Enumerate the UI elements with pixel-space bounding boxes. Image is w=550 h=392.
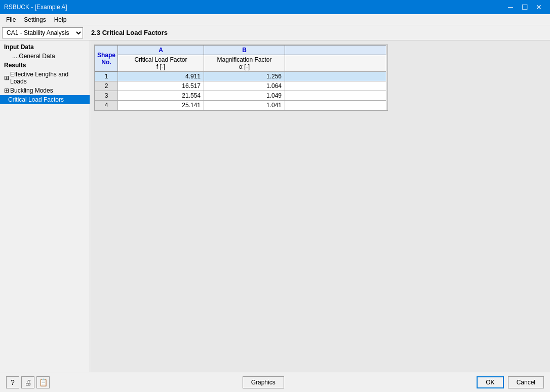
toolbar: CA1 - Stability Analysis 2.3 Critical Lo… [0,25,550,40]
sidebar: Input Data ....General Data Results ⊞ Ef… [0,40,90,372]
critical-load-factor-cell: 25.141 [118,101,204,110]
table-row[interactable]: 321.5541.049 [95,91,386,101]
col-b-header: B [204,46,285,55]
bottom-bar: ? 🖨 📋 Graphics OK Cancel [0,372,550,392]
sidebar-item-critical-load-factors[interactable]: Critical Load Factors [0,95,90,104]
title-bar-text: RSBUCK - [Example A] [4,4,67,11]
extra-cell [285,91,386,101]
results-header: Results [0,61,90,70]
extra-cell [285,72,386,81]
critical-load-factor-cell: 16.517 [118,81,204,91]
menu-settings[interactable]: Settings [20,15,50,24]
sidebar-item-buckling-modes[interactable]: ⊞ Buckling Modes [0,86,90,95]
content-area: ShapeNo. A B Critical Load Factorf [-] M… [90,40,550,372]
bottom-center: Graphics [243,376,284,388]
magnification-factor-cell: 1.256 [204,72,285,81]
shape-no-cell: 4 [95,101,118,110]
col-extra-subheader [285,55,386,72]
magnification-factor-cell: 1.041 [204,101,285,110]
critical-load-factor-cell: 21.554 [118,91,204,101]
ok-button[interactable]: OK [477,376,503,388]
extra-cell [285,101,386,110]
results-table: ShapeNo. A B Critical Load Factorf [-] M… [95,45,386,110]
minimize-button[interactable]: ─ [503,0,518,14]
col-a-subheader: Critical Load Factorf [-] [118,55,204,72]
title-bar: RSBUCK - [Example A] ─ ☐ ✕ [0,0,550,14]
case-select[interactable]: CA1 - Stability Analysis [2,27,83,38]
graphics-button[interactable]: Graphics [243,376,284,388]
main-layout: Input Data ....General Data Results ⊞ Ef… [0,40,550,372]
title-bar-controls: ─ ☐ ✕ [503,0,546,14]
table-row[interactable]: 425.1411.041 [95,101,386,110]
shape-no-cell: 2 [95,81,118,91]
table-row[interactable]: 216.5171.064 [95,81,386,91]
extra-cell [285,81,386,91]
col-a-header: A [118,46,204,55]
col-extra-header [285,46,386,55]
critical-load-factor-cell: 4.911 [118,72,204,81]
icon-btn-1[interactable]: ? [6,376,19,388]
close-button[interactable]: ✕ [532,0,546,14]
maximize-button[interactable]: ☐ [518,0,532,14]
icon-btn-2[interactable]: 🖨 [21,376,34,388]
col-b-subheader: Magnification Factorα [-] [204,55,285,72]
expand-icon: ⊞ [4,87,9,94]
shape-no-cell: 3 [95,91,118,101]
bottom-right: OK Cancel [477,376,544,388]
magnification-factor-cell: 1.049 [204,91,285,101]
expand-icon: ⊞ [4,74,9,81]
shape-no-cell: 1 [95,72,118,81]
magnification-factor-cell: 1.064 [204,81,285,91]
table-row[interactable]: 14.9111.256 [95,72,386,81]
menu-file[interactable]: File [2,15,20,24]
menu-help[interactable]: Help [50,15,71,24]
sidebar-item-effective-lengths[interactable]: ⊞ Effective Lengths and Loads [0,70,90,86]
cancel-button[interactable]: Cancel [508,376,544,388]
bottom-left: ? 🖨 📋 [6,376,50,388]
table-container: ShapeNo. A B Critical Load Factorf [-] M… [94,45,388,111]
section-title: 2.3 Critical Load Factors [91,29,168,36]
sidebar-item-general-data[interactable]: ....General Data [0,52,90,61]
input-data-header: Input Data [0,42,90,52]
menu-bar: File Settings Help [0,14,550,25]
icon-btn-3[interactable]: 📋 [36,376,50,388]
shape-no-header: ShapeNo. [95,46,118,72]
table-body: 14.9111.256216.5171.064321.5541.049425.1… [95,72,386,110]
